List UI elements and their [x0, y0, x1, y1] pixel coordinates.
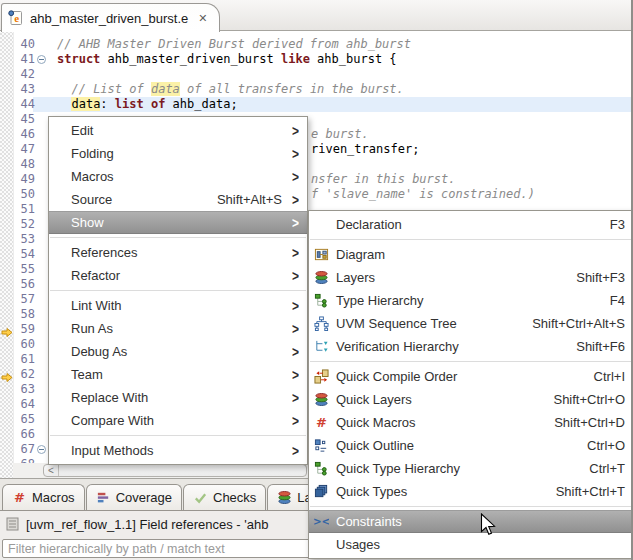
menu-item-shortcut: F3: [610, 217, 625, 232]
menu-item-debug-as[interactable]: Debug As>: [49, 340, 307, 363]
mouse-cursor: [480, 513, 498, 541]
menu-item-show[interactable]: Show>: [49, 211, 307, 234]
menu-item-refactor[interactable]: Refactor>: [49, 264, 307, 287]
menu-separator: [50, 290, 306, 291]
close-icon[interactable]: ✕: [198, 12, 207, 25]
bottom-tab-label: Checks: [213, 490, 256, 505]
menu-item-folding[interactable]: Folding>: [49, 142, 307, 165]
submenu-arrow-icon: >: [292, 191, 299, 209]
menu-item-quick-type-hierarchy[interactable]: Quick Type HierarchyCtrl+T: [309, 457, 633, 480]
menu-separator: [50, 435, 306, 436]
menu-item-label: Input Methods: [71, 443, 153, 458]
menu-item-replace-with[interactable]: Replace With>: [49, 386, 307, 409]
menu-item-layers[interactable]: LayersShift+F3: [309, 266, 633, 289]
menu-item-label: Quick Type Hierarchy: [336, 461, 460, 476]
menu-item-shortcut: Shift+Alt+S: [217, 192, 282, 207]
tab-macros[interactable]: #Macros: [2, 484, 85, 510]
menu-item-shortcut: Shift+Ctrl+O: [553, 392, 625, 407]
menu-separator: [310, 506, 633, 507]
menu-item-label: Source: [71, 192, 112, 207]
line-number: 64: [13, 397, 35, 412]
show-submenu: DeclarationF3DiagramLayersShift+F3Type H…: [308, 210, 633, 559]
menu-item-quick-compile-order[interactable]: Quick Compile OrderCtrl+I: [309, 365, 633, 388]
menu-item-source[interactable]: SourceShift+Alt+S>: [49, 188, 307, 211]
type-hierarchy-icon: [314, 461, 329, 476]
line-number: 66: [13, 427, 35, 442]
code-line: // AHB Master Driven Burst derived from …: [57, 37, 411, 52]
submenu-arrow-icon: >: [292, 412, 299, 430]
menu-item-constraints[interactable]: ><Constraints: [309, 510, 633, 533]
menu-item-usages[interactable]: Usages: [309, 533, 633, 556]
menu-item-label: Replace With: [71, 390, 148, 405]
submenu-arrow-icon: >: [292, 214, 299, 232]
submenu-arrow-icon: >: [292, 343, 299, 361]
check-icon: [193, 490, 208, 505]
menu-item-shortcut: Shift+Ctrl+D: [554, 415, 625, 430]
menu-item-label: Declaration: [336, 217, 402, 232]
hash-icon: #: [314, 415, 329, 430]
menu-separator: [50, 237, 306, 238]
menu-item-team[interactable]: Team>: [49, 363, 307, 386]
layers-icon: [314, 392, 329, 407]
line-number: 55: [13, 262, 35, 277]
submenu-arrow-icon: >: [292, 168, 299, 186]
menu-item-declaration[interactable]: DeclarationF3: [309, 213, 633, 236]
menu-item-quick-macros[interactable]: #Quick MacrosShift+Ctrl+D: [309, 411, 633, 434]
menu-item-edit[interactable]: Edit>: [49, 119, 307, 142]
code-line: data: list of ahb_data;: [57, 97, 238, 112]
coverage-icon: [96, 490, 111, 505]
editor-tab-title: ahb_master_driven_burst.e: [30, 11, 188, 26]
bottom-tab-label: Macros: [32, 490, 75, 505]
line-number: 54: [13, 247, 35, 262]
menu-item-shortcut: Ctrl+I: [594, 369, 625, 384]
menu-item-lint-with[interactable]: Lint With>: [49, 294, 307, 317]
menu-item-uvm-sequence-tree[interactable]: UVM Sequence TreeShift+Ctrl+Alt+S: [309, 312, 633, 335]
menu-item-shortcut: Shift+F6: [576, 339, 625, 354]
horizontal-scrollbar[interactable]: <: [43, 464, 307, 477]
line-number: 49: [13, 172, 35, 187]
line-number: 45: [13, 112, 35, 127]
line-number: 48: [13, 157, 35, 172]
fold-minus-icon[interactable]: [37, 445, 46, 454]
tab-checks[interactable]: Checks: [183, 484, 266, 510]
menu-item-label: Quick Types: [336, 484, 407, 499]
submenu-arrow-icon: >: [292, 244, 299, 262]
line-number: 41: [13, 52, 35, 67]
context-menu: Edit>Folding>Macros>SourceShift+Alt+S>Sh…: [48, 116, 308, 465]
submenu-arrow-icon: >: [292, 122, 299, 140]
tab-coverage[interactable]: Coverage: [86, 484, 182, 510]
menu-item-input-methods[interactable]: Input Methods>: [49, 439, 307, 462]
menu-item-diagram[interactable]: Diagram: [309, 243, 633, 266]
menu-item-run-as[interactable]: Run As>: [49, 317, 307, 340]
menu-item-quick-outline[interactable]: Quick OutlineCtrl+O: [309, 434, 633, 457]
fold-minus-icon[interactable]: [37, 55, 46, 64]
menu-item-quick-types[interactable]: Quick TypesShift+Ctrl+T: [309, 480, 633, 503]
menu-item-quick-layers[interactable]: Quick LayersShift+Ctrl+O: [309, 388, 633, 411]
menu-item-label: Edit: [71, 123, 93, 138]
line-number: 43: [13, 82, 35, 97]
code-line: struct ahb_master_driven_burst like ahb_…: [57, 52, 397, 67]
menu-item-label: Debug As: [71, 344, 127, 359]
menu-item-references[interactable]: References>: [49, 241, 307, 264]
line-number: 50: [13, 187, 35, 202]
type-hierarchy-icon: [314, 293, 329, 308]
submenu-arrow-icon: >: [292, 366, 299, 384]
menu-item-compare-with[interactable]: Compare With>: [49, 409, 307, 432]
e-file-icon: e: [8, 10, 24, 26]
verif-hierarchy-icon: [314, 339, 329, 354]
code-line-fragment: riven_transfer;: [311, 142, 419, 157]
line-number: 44: [13, 97, 35, 112]
blank-icon: [314, 537, 329, 552]
menu-item-shortcut: Shift+Ctrl+T: [556, 484, 625, 499]
menu-item-verification-hierarchy[interactable]: Verification HierarchyShift+F6: [309, 335, 633, 358]
scroll-left-button[interactable]: <: [44, 465, 59, 476]
line-number: 52: [13, 217, 35, 232]
line-number: 40: [13, 37, 35, 52]
editor-tab[interactable]: e ahb_master_driven_burst.e ✕: [1, 3, 220, 32]
menu-item-macros[interactable]: Macros>: [49, 165, 307, 188]
line-number: 56: [13, 277, 35, 292]
line-number: 59: [13, 322, 35, 337]
menu-item-label: Show: [71, 215, 104, 230]
menu-item-shortcut: Shift+Ctrl+Alt+S: [532, 316, 625, 331]
menu-item-type-hierarchy[interactable]: Type HierarchyF4: [309, 289, 633, 312]
